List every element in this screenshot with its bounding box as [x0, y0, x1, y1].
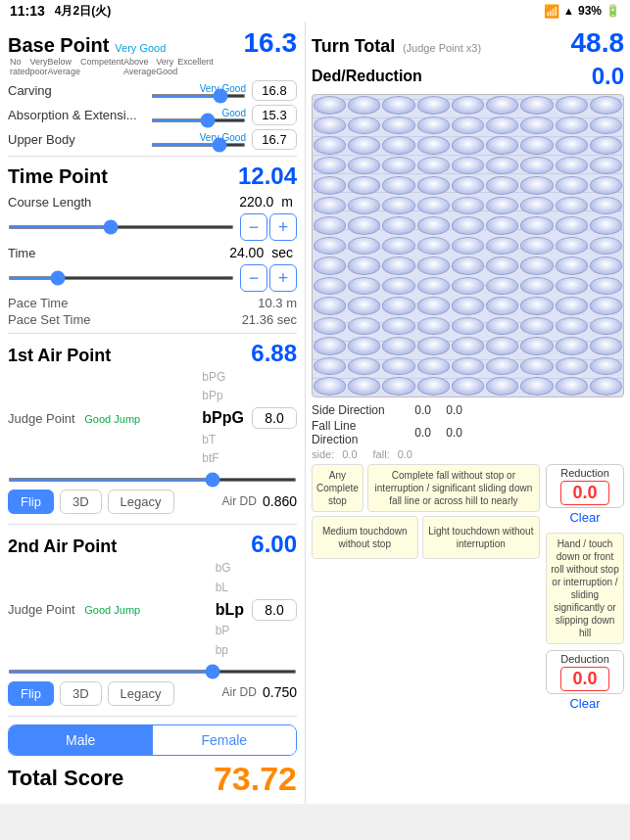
penalty-side: Reduction 0.0 Clear Hand / touch down or… [546, 464, 624, 713]
mogul-bump [348, 136, 380, 155]
mogul-bump [382, 197, 414, 215]
hand-touch-btn[interactable]: Hand / touch down or front roll without … [546, 533, 624, 644]
mogul-bump [417, 257, 450, 275]
air1-judge-row: Judge Point Good Jump bPG bPp bPpG bT bt… [8, 368, 297, 468]
deduction-value: 0.0 [560, 667, 609, 691]
mogul-bump [314, 377, 346, 396]
mogul-bump [486, 317, 518, 336]
air1-flip-buttons: Flip 3D Legacy [8, 490, 174, 514]
gender-female-btn[interactable]: Female [153, 725, 297, 755]
battery-icon: 🔋 [606, 4, 620, 18]
mogul-bump [417, 197, 450, 215]
right-bottom: Any Complete stop Complete fall without … [312, 464, 624, 713]
mogul-bump [556, 297, 588, 315]
mogul-bump [382, 357, 414, 376]
course-length-value: 220.0 [239, 194, 273, 210]
mogul-bump [314, 176, 346, 195]
gender-male-btn[interactable]: Male [9, 725, 153, 755]
air1-3d-btn[interactable]: 3D [60, 490, 102, 514]
mogul-bump [314, 297, 346, 315]
light-touchdown-btn[interactable]: Light touchdown without interruption [422, 516, 540, 559]
air1-legacy-btn[interactable]: Legacy [108, 490, 174, 514]
mogul-bump [452, 176, 484, 195]
medium-touchdown-btn[interactable]: Medium touchdown without stop [312, 516, 418, 559]
time-point-score: 12.04 [238, 163, 297, 190]
mogul-bump [452, 157, 484, 175]
mogul-bump [486, 257, 518, 275]
deduction-clear-btn[interactable]: Clear [546, 694, 624, 713]
mogul-bump [556, 377, 588, 396]
mogul-bump [417, 377, 450, 396]
air1-judge-value: 8.0 [252, 407, 297, 429]
air2-dd-label: Air DD [222, 685, 257, 699]
time-plus[interactable]: + [269, 264, 297, 292]
complete-fall-btn[interactable]: Complete fall without stop or interrupti… [367, 464, 540, 512]
fall-val: 0.0 [398, 448, 412, 460]
time-slider[interactable] [8, 276, 234, 280]
pace-set-value: 21.36 sec [242, 312, 297, 327]
mogul-bump [348, 297, 380, 315]
status-date: 4月2日(火) [55, 3, 111, 20]
course-length-slider[interactable] [8, 225, 234, 229]
mogul-bump [486, 96, 518, 115]
air2-3d-btn[interactable]: 3D [60, 681, 102, 706]
pace-time-label: Pace Time [8, 296, 68, 310]
course-length-stepper: − + [240, 213, 297, 241]
mogul-bump [417, 297, 450, 315]
mogul-bump [556, 317, 588, 336]
air2-flip-btn[interactable]: Flip [8, 681, 54, 706]
absorption-slider[interactable] [151, 118, 246, 122]
penalty-buttons-top: Any Complete stop Complete fall without … [312, 464, 540, 512]
air1-judge-slider[interactable] [8, 478, 297, 482]
time-point-title: Time Point [8, 165, 108, 188]
base-point-section: Base Point Very Good Norated Verypoor Be… [8, 27, 297, 150]
ded-row: Ded/Reduction 0.0 [312, 63, 624, 90]
course-length-plus[interactable]: + [269, 213, 297, 241]
ded-value: 0.0 [592, 63, 624, 90]
wifi-icon: 📶 [544, 4, 559, 19]
absorption-row: Absorption & Extensi... Good 15.3 [8, 105, 297, 125]
side-fall-row: side: 0.0 fall: 0.0 [312, 448, 624, 460]
reduction-box: Reduction 0.0 [546, 464, 624, 508]
side-direction-label: Side Direction [312, 403, 400, 417]
mogul-bump [486, 136, 518, 155]
upper-body-slider[interactable] [151, 143, 246, 147]
air2-legacy-btn[interactable]: Legacy [108, 681, 174, 706]
air2-trick-options: bG bL bLp bP bp [216, 559, 244, 659]
time-minus[interactable]: − [240, 264, 267, 292]
mogul-bump [348, 96, 380, 115]
carving-slider[interactable] [151, 94, 246, 98]
mogul-bump [382, 377, 414, 396]
mogul-bump [382, 136, 414, 155]
side-label: side: [312, 448, 334, 460]
mogul-bump [382, 277, 414, 296]
mogul-bump [452, 136, 484, 155]
gender-toggle: Male Female [8, 724, 297, 756]
side-direction-row: Side Direction 0.0 0.0 [312, 403, 624, 417]
mogul-bump [452, 216, 484, 235]
penalty-main: Any Complete stop Complete fall without … [312, 464, 540, 713]
mogul-bump [348, 257, 380, 275]
reduction-clear-btn[interactable]: Clear [546, 508, 624, 527]
mogul-bump [417, 237, 450, 256]
air2-flip-buttons: Flip 3D Legacy [8, 681, 174, 706]
any-complete-stop-btn[interactable]: Any Complete stop [312, 464, 363, 512]
air1-flip-btn[interactable]: Flip [8, 490, 54, 514]
mogul-bump [382, 237, 414, 256]
mogul-bump [314, 216, 346, 235]
mogul-bump [417, 357, 450, 376]
course-length-minus[interactable]: − [240, 213, 267, 241]
deduction-label: Deduction [549, 653, 621, 665]
fall-label: fall: [373, 448, 390, 460]
mogul-bump [486, 157, 518, 175]
air2-judge-slider[interactable] [8, 670, 297, 674]
base-point-title: Base Point [8, 34, 109, 57]
mogul-bump [314, 197, 346, 215]
air1-dd-row: Air DD 0.860 [222, 493, 297, 509]
mogul-bump [556, 257, 588, 275]
air-point-1-title: 1st Air Point [8, 346, 111, 366]
time-value: 24.00 [229, 245, 264, 260]
mogul-bump [590, 237, 622, 256]
air1-judge-quality: Good Jump [84, 413, 140, 425]
air-point-2-title: 2nd Air Point [8, 537, 117, 557]
